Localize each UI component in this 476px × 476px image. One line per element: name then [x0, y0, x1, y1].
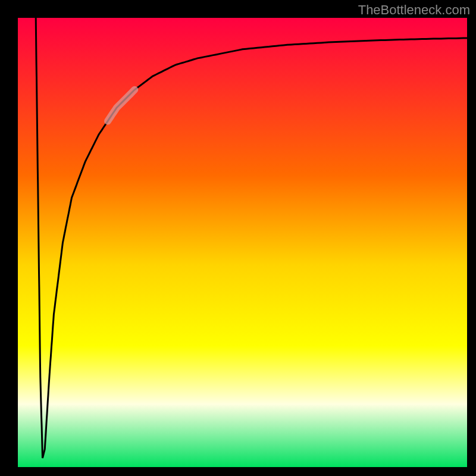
attribution-text: TheBottleneck.com	[358, 2, 470, 18]
bottleneck-chart	[0, 0, 476, 476]
plot-area	[18, 18, 467, 467]
chart-frame: TheBottleneck.com	[0, 0, 476, 476]
